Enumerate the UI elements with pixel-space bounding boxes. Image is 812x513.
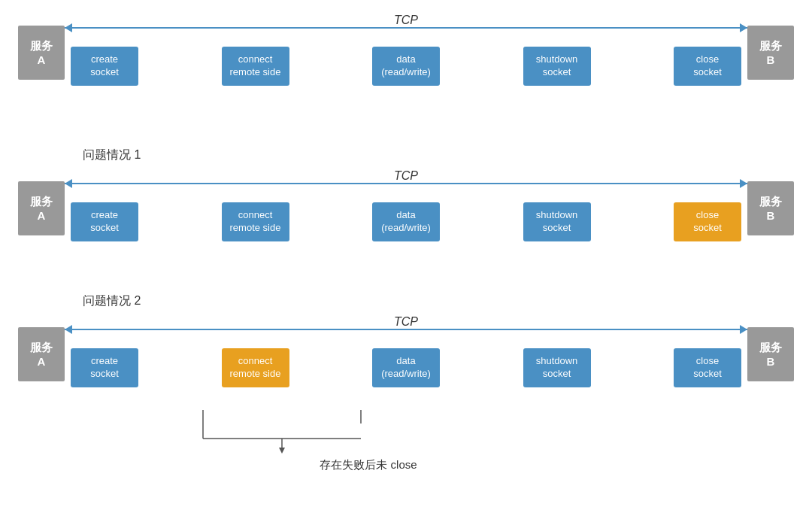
step-1-1: connect remote side	[222, 47, 289, 86]
steps-row-3: create socket connect remote side data (…	[65, 348, 747, 387]
svg-marker-4	[279, 448, 285, 454]
server-a-2: 服务 A	[18, 181, 65, 235]
steps-row-1: create socket connect remote side data (…	[65, 47, 747, 86]
step-2-0: create socket	[71, 202, 138, 241]
tcp-area-3: TCP create socket connect remote side da…	[65, 312, 747, 387]
section-issue1: 问题情况 1 服务 A TCP create socket connect re…	[0, 147, 812, 241]
tcp-arrow-1	[65, 27, 747, 29]
tcp-label-2: TCP	[394, 169, 418, 183]
issue1-label: 问题情况 1	[83, 147, 812, 163]
section-issue2: 问题情况 2 服务 A TCP create socket connect re…	[0, 293, 812, 387]
step-3-2: data (read/write)	[372, 348, 440, 387]
bottom-note: 存在失败后未 close	[0, 458, 812, 472]
server-b-2: 服务 B	[747, 181, 794, 235]
issue2-label: 问题情况 2	[83, 293, 812, 309]
step-1-0: create socket	[71, 47, 138, 86]
section-normal: 服务 A TCP create socket connect remote si…	[0, 11, 812, 86]
step-3-1: connect remote side	[222, 348, 289, 387]
tcp-arrow-3	[65, 329, 747, 330]
bottom-note-area: 存在失败后未 close	[0, 425, 812, 472]
step-1-2: data (read/write)	[372, 47, 440, 86]
step-2-4: close socket	[674, 202, 741, 241]
server-a-1: 服务 A	[18, 26, 65, 80]
step-1-3: shutdown socket	[523, 47, 591, 86]
server-a-3: 服务 A	[18, 327, 65, 381]
step-2-1: connect remote side	[222, 202, 289, 241]
tcp-arrow-2	[65, 183, 747, 184]
step-1-4: close socket	[674, 47, 741, 86]
step-2-2: data (read/write)	[372, 202, 440, 241]
steps-row-2: create socket connect remote side data (…	[65, 202, 747, 241]
step-3-4: close socket	[674, 348, 741, 387]
main-diagram: 服务 A TCP create socket connect remote si…	[0, 0, 812, 513]
server-b-3: 服务 B	[747, 327, 794, 381]
tcp-area-2: TCP create socket connect remote side da…	[65, 166, 747, 241]
tcp-label-1: TCP	[394, 14, 418, 27]
server-b-1: 服务 B	[747, 26, 794, 80]
step-3-3: shutdown socket	[523, 348, 591, 387]
step-2-3: shutdown socket	[523, 202, 591, 241]
tcp-area-1: TCP create socket connect remote side da…	[65, 11, 747, 86]
step-3-0: create socket	[71, 348, 138, 387]
tcp-label-3: TCP	[394, 315, 418, 329]
